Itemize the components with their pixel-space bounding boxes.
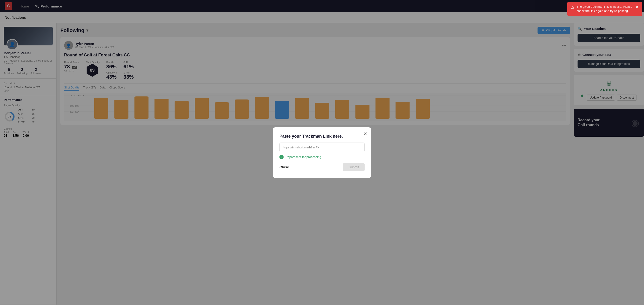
modal-success-message: ✓ Report sent for processing [280, 155, 364, 159]
error-message: The given trackman link is invalid. Plea… [576, 5, 633, 13]
modal-footer: Close Submit [280, 163, 364, 171]
modal-title: Paste your Trackman Link here. [280, 134, 364, 139]
modal-close-button[interactable]: Close [280, 165, 289, 169]
success-check-icon: ✓ [280, 155, 284, 159]
modal-submit-button[interactable]: Submit [343, 163, 364, 171]
trackman-link-input[interactable] [280, 142, 364, 152]
trackman-modal: Paste your Trackman Link here. ✕ ✓ Repor… [273, 127, 371, 178]
success-text: Report sent for processing [286, 155, 321, 159]
error-banner: ⚠ The given trackman link is invalid. Pl… [567, 2, 642, 16]
modal-overlay: Paste your Trackman Link here. ✕ ✓ Repor… [0, 0, 644, 305]
modal-close-x-button[interactable]: ✕ [364, 131, 368, 137]
error-close-button[interactable]: ✕ [635, 5, 638, 10]
warning-icon: ⚠ [571, 5, 574, 10]
